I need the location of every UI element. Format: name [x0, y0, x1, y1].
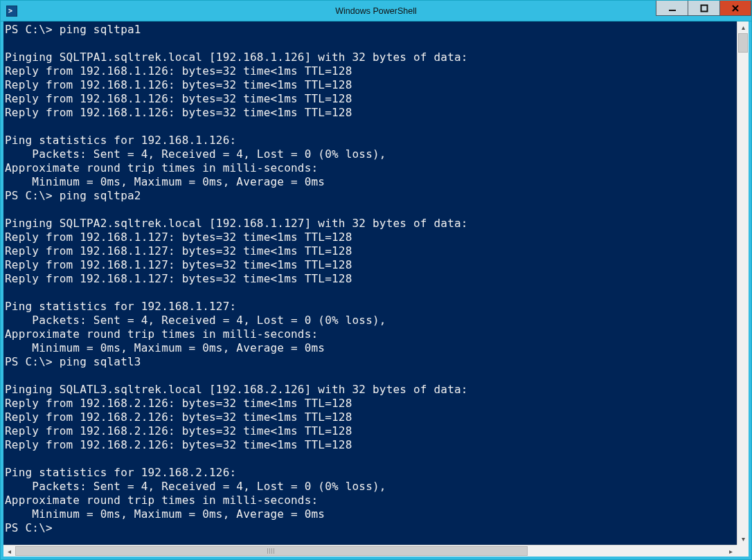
console-wrap: PS C:\> ping sqltpa1 Pinging SQLTPA1.sql…: [3, 21, 749, 545]
svg-rect-0: [669, 10, 676, 11]
powershell-window: Windows PowerShell PS C:\> ping sqltpa1 …: [0, 0, 752, 560]
scroll-right-arrow-icon[interactable]: ▸: [725, 545, 737, 557]
vscroll-thumb[interactable]: [738, 33, 748, 53]
powershell-icon: [6, 6, 17, 17]
window-controls: [656, 1, 751, 21]
scroll-up-arrow-icon[interactable]: ▴: [737, 21, 749, 33]
svg-rect-1: [701, 5, 707, 11]
scroll-down-arrow-icon[interactable]: ▾: [737, 533, 749, 545]
hscroll-thumb[interactable]: [15, 546, 528, 556]
scroll-left-arrow-icon[interactable]: ◂: [3, 545, 15, 557]
console-output[interactable]: PS C:\> ping sqltpa1 Pinging SQLTPA1.sql…: [3, 21, 737, 545]
titlebar[interactable]: Windows PowerShell: [1, 1, 751, 21]
maximize-button[interactable]: [688, 1, 719, 16]
scrollbar-corner: [737, 545, 749, 557]
hscroll-track[interactable]: [15, 545, 725, 557]
vscroll-track[interactable]: [737, 33, 749, 533]
horizontal-scrollbar[interactable]: ◂ ▸: [3, 545, 737, 557]
close-button[interactable]: [719, 1, 751, 16]
client-area: PS C:\> ping sqltpa1 Pinging SQLTPA1.sql…: [1, 21, 751, 559]
window-title: Windows PowerShell: [1, 6, 751, 16]
minimize-button[interactable]: [656, 1, 688, 16]
vertical-scrollbar[interactable]: ▴ ▾: [737, 21, 749, 545]
